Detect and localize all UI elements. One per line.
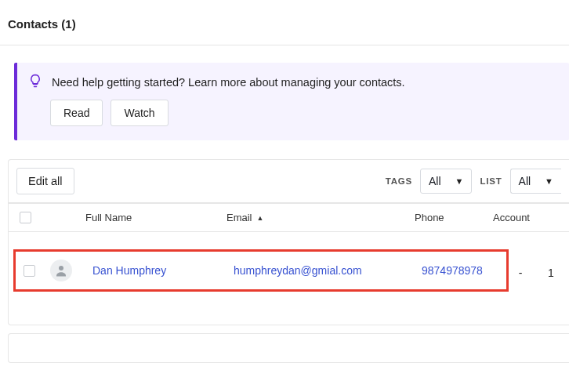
help-banner: Need help getting started? Learn more ab…	[14, 63, 569, 140]
col-email[interactable]: Email ▲	[227, 212, 415, 223]
lightbulb-icon	[28, 74, 42, 90]
toolbar: Edit all TAGS All ▼ LIST All ▼	[8, 159, 569, 203]
contact-email-link[interactable]: humphreydan@gmial.com	[234, 264, 362, 277]
table-header: Full Name Email ▲ Phone Account	[9, 203, 569, 232]
contacts-table: Full Name Email ▲ Phone Account Dan Hump…	[8, 203, 569, 325]
highlighted-row: Dan Humphrey humphreydan@gmial.com 98749…	[13, 249, 509, 292]
trail-cell: 1	[548, 267, 569, 279]
help-text: Need help getting started? Learn more ab…	[52, 76, 405, 89]
contact-name-link[interactable]: Dan Humphrey	[92, 264, 166, 277]
col-account[interactable]: Account	[493, 212, 548, 223]
svg-point-0	[59, 266, 63, 270]
col-phone[interactable]: Phone	[415, 212, 493, 223]
table-row[interactable]: Dan Humphrey humphreydan@gmial.com 98749…	[16, 252, 506, 289]
page-title: Contacts (1)	[0, 0, 569, 45]
tags-select[interactable]: All ▼	[420, 169, 472, 194]
read-button[interactable]: Read	[50, 100, 103, 126]
avatar	[50, 260, 72, 281]
contact-phone-link[interactable]: 9874978978	[422, 264, 483, 277]
col-email-label: Email	[227, 212, 252, 223]
list-label: LIST	[480, 176, 502, 186]
caret-down-icon: ▼	[545, 176, 553, 186]
person-icon	[54, 263, 68, 278]
list-value: All	[519, 175, 531, 187]
sort-asc-icon: ▲	[257, 214, 264, 222]
select-all-checkbox[interactable]	[20, 212, 31, 223]
footer-bar	[8, 333, 569, 363]
watch-button[interactable]: Watch	[111, 100, 168, 126]
caret-down-icon: ▼	[455, 176, 464, 186]
tags-label: TAGS	[386, 176, 412, 186]
col-full-name[interactable]: Full Name	[85, 212, 227, 223]
tags-value: All	[429, 175, 441, 187]
list-select[interactable]: All ▼	[510, 169, 561, 194]
edit-all-button[interactable]: Edit all	[16, 168, 74, 194]
row-checkbox[interactable]	[24, 265, 35, 277]
